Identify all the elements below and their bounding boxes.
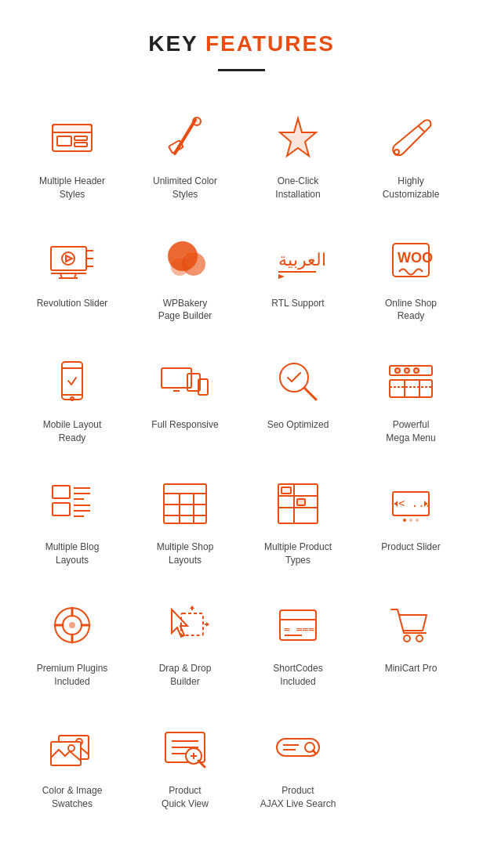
svg-rect-5 [74,143,87,146]
svg-rect-108 [277,739,319,756]
svg-marker-10 [280,118,316,156]
svg-marker-71 [394,501,398,507]
title-divider [218,69,265,71]
highly-customizable-icon [383,110,438,165]
svg-marker-87 [190,606,194,609]
svg-rect-54 [53,503,70,515]
color-image-swatches-icon [45,720,100,775]
svg-line-11 [419,126,424,132]
full-responsive-icon [158,354,212,409]
svg-text:WOO: WOO [398,250,433,266]
feature-online-shop-ready: WOO Online ShopReady [354,217,467,339]
svg-rect-1 [53,125,92,132]
feature-minicart-pro: MiniCart Pro [354,582,467,704]
feature-wpbakery-page-builder: WPBakeryPage Builder [129,217,242,339]
feature-rtl-support: العربية RTL Support [242,217,354,339]
unlimited-color-styles-icon [158,110,212,165]
seo-optimized-label: Seo Optimized [267,418,329,432]
svg-point-95 [416,635,423,642]
product-quick-view-icon [158,720,212,775]
minicart-pro-icon [383,598,438,653]
drag-drop-builder-label: Drap & DropBuilder [159,662,212,689]
svg-rect-69 [281,487,291,494]
svg-point-43 [395,368,400,373]
feature-full-responsive: Full Responsive [129,338,242,461]
svg-marker-15 [66,255,72,262]
svg-point-12 [394,150,399,154]
svg-text:العربية: العربية [278,250,325,270]
multiple-shop-layouts-label: Multiple ShopLayouts [157,541,214,567]
full-responsive-label: Full Responsive [151,418,218,432]
product-ajax-live-search-label: ProductAJAX Live Search [260,784,336,811]
online-shop-ready-label: Online ShopReady [385,297,437,324]
mobile-layout-ready-label: Mobile LayoutReady [43,418,102,445]
premium-plugins-included-icon [45,598,100,653]
svg-point-8 [193,118,201,125]
svg-rect-50 [53,486,70,498]
svg-rect-46 [390,380,432,397]
svg-point-25 [172,259,187,275]
feature-empty [354,704,467,826]
svg-marker-28 [278,274,285,279]
feature-multiple-product-types: Multiple ProductTypes [242,461,354,583]
revolution-slider-icon [45,233,100,288]
product-slider-icon: < ... > [383,476,438,531]
feature-multiple-header-styles: Multiple HeaderStyles [16,95,129,217]
svg-rect-85 [181,613,203,635]
rtl-support-icon: العربية [271,233,325,288]
feature-unlimited-color-styles: Unlimited ColorStyles [129,95,242,217]
unlimited-color-styles-label: Unlimited ColorStyles [153,175,217,201]
powerful-mega-menu-label: PowerfulMega Menu [386,418,435,445]
product-ajax-live-search-icon [271,720,325,775]
premium-plugins-included-label: Premium PluginsIncluded [37,662,108,689]
feature-mobile-layout-ready: Mobile LayoutReady [16,338,129,461]
rtl-support-label: RTL Support [271,297,324,310]
product-quick-view-label: ProductQuick View [162,784,209,811]
svg-line-9 [175,126,192,153]
svg-rect-68 [297,499,305,505]
feature-one-click-installation: One-ClickInstallation [242,95,354,217]
drag-drop-builder-icon [158,598,212,653]
title-key: KEY [148,31,198,56]
online-shop-ready-icon: WOO [383,233,438,288]
feature-multiple-shop-layouts: Multiple ShopLayouts [129,461,242,583]
features-grid: Multiple HeaderStyles Unlimited ColorSty… [0,95,483,826]
seo-optimized-icon [271,354,325,409]
highly-customizable-label: HighlyCustomizable [383,175,440,201]
feature-color-image-swatches: Color & ImageSwatches [16,704,129,826]
svg-marker-89 [206,622,209,627]
multiple-shop-layouts-icon [158,476,212,531]
feature-multiple-blog-layouts: Multiple BlogLayouts [16,461,129,583]
powerful-mega-menu-icon [383,354,438,409]
feature-shortcodes-included: = === ShortCodesIncluded [242,582,354,704]
feature-product-ajax-live-search: ProductAJAX Live Search [242,704,354,826]
svg-text:< ... >: < ... > [398,497,438,509]
one-click-installation-icon [271,110,325,165]
minicart-pro-label: MiniCart Pro [385,662,438,675]
multiple-header-styles-label: Multiple HeaderStyles [39,175,105,201]
mobile-layout-ready-icon [45,354,100,409]
svg-line-41 [304,388,316,400]
wpbakery-page-builder-icon [158,233,212,288]
multiple-product-types-label: Multiple ProductTypes [264,541,332,567]
feature-revolution-slider: Revolution Slider [16,217,129,339]
wpbakery-page-builder-label: WPBakeryPage Builder [158,297,212,324]
title-features: FEATURES [205,31,335,56]
svg-point-74 [409,519,412,522]
multiple-header-styles-icon [45,110,100,165]
svg-point-73 [403,519,406,522]
one-click-installation-label: One-ClickInstallation [275,175,320,201]
revolution-slider-label: Revolution Slider [37,297,108,310]
shortcodes-included-icon: = === [271,598,325,653]
feature-drag-drop-builder: Drap & DropBuilder [129,582,242,704]
color-image-swatches-label: Color & ImageSwatches [42,784,103,811]
svg-point-83 [69,622,75,628]
multiple-blog-layouts-icon [45,476,100,531]
product-slider-label: Product Slider [381,541,440,554]
svg-rect-4 [74,136,87,140]
shortcodes-included-label: ShortCodesIncluded [273,662,322,689]
svg-point-75 [416,519,419,522]
svg-rect-3 [57,136,71,146]
feature-product-slider: < ... > Product Slider [354,461,467,583]
svg-text:= ===: = === [284,623,314,635]
